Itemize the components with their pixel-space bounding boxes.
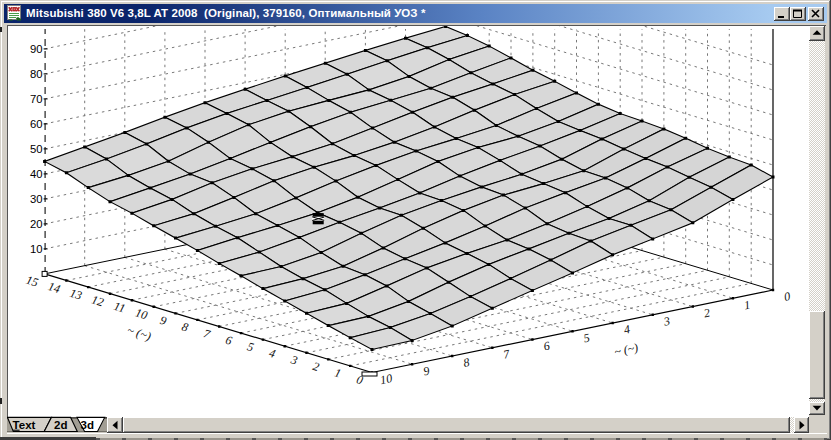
svg-text:70: 70 [30,93,43,105]
svg-text:6: 6 [542,339,551,354]
svg-text:2: 2 [703,306,712,321]
svg-text:9: 9 [422,363,431,378]
svg-text:7: 7 [502,347,512,362]
svg-text:Text: Text [13,419,36,431]
svg-text:1: 1 [333,366,343,381]
svg-text:40: 40 [30,168,43,180]
svg-text:1: 1 [743,297,752,312]
svg-text:4: 4 [267,346,277,361]
svg-text:15: 15 [24,273,40,290]
svg-text:12: 12 [90,292,106,309]
svg-text:10: 10 [30,243,43,255]
svg-text:~ (~): ~ (~) [126,323,153,343]
svg-text:80: 80 [30,68,43,80]
svg-text:14: 14 [46,279,62,296]
svg-text:0: 0 [783,289,792,304]
svg-text:8: 8 [180,320,190,335]
svg-text:20: 20 [30,218,43,230]
svg-text:3: 3 [662,314,672,329]
svg-text:~ (~): ~ (~) [613,340,639,359]
svg-text:5: 5 [246,339,256,354]
svg-text:3d: 3d [81,419,94,431]
svg-text:30: 30 [30,193,43,205]
svg-text:5: 5 [582,330,591,345]
svg-text:8: 8 [462,355,471,370]
svg-text:9: 9 [158,313,168,328]
svg-text:2: 2 [311,359,321,374]
svg-text:6: 6 [224,333,234,348]
svg-text:90: 90 [30,43,43,55]
svg-text:2d: 2d [54,419,67,431]
svg-text:3: 3 [288,352,299,367]
svg-text:4: 4 [622,322,631,337]
svg-text:7: 7 [202,326,213,341]
svg-text:10: 10 [134,306,150,323]
svg-text:11: 11 [112,299,127,316]
svg-text:60: 60 [30,118,43,130]
svg-text:13: 13 [68,286,84,303]
svg-text:50: 50 [30,143,43,155]
svg-text:10: 10 [379,371,394,387]
